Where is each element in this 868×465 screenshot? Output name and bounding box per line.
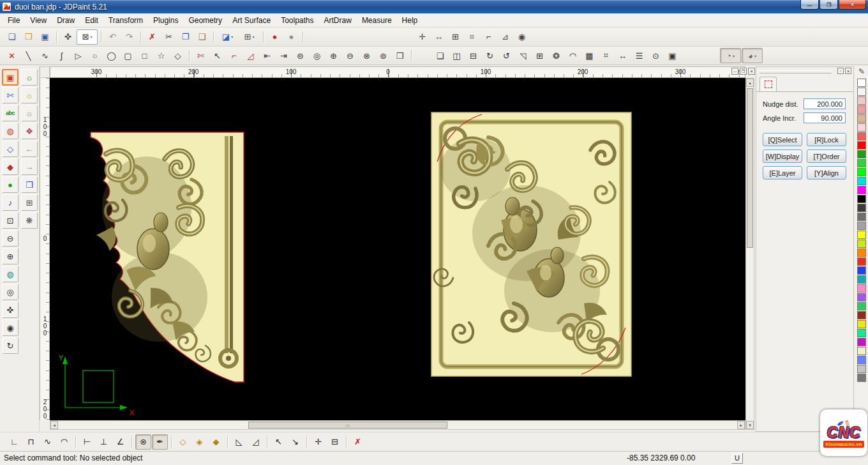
palette-swatch[interactable]	[857, 222, 866, 230]
palette-swatch[interactable]	[857, 195, 866, 203]
box-3d-icon[interactable]: ❒	[21, 176, 38, 193]
select-button[interactable]: [Q]Select	[763, 133, 802, 146]
menu-item-measure[interactable]: Measure	[357, 15, 397, 26]
palette-swatch[interactable]	[857, 302, 866, 310]
offset-icon[interactable]: ⊜	[292, 48, 308, 63]
zoom-out-tool[interactable]: ⊖	[2, 230, 19, 247]
palette-swatch[interactable]	[857, 311, 866, 319]
palette-swatch[interactable]	[857, 320, 866, 328]
scale-icon[interactable]: ◹	[515, 48, 531, 63]
palette-swatch[interactable]	[857, 168, 866, 176]
subtract-icon[interactable]: ⊖	[342, 48, 358, 63]
panel-grip[interactable]: ▫✕	[756, 67, 853, 75]
align-icon[interactable]: ☰	[631, 48, 647, 63]
menu-item-file[interactable]: File	[3, 15, 25, 26]
layer-button[interactable]: [E]Layer	[763, 166, 802, 179]
delete-node-icon[interactable]: ⊟	[327, 434, 343, 450]
scroll-down-button[interactable]: ▾	[746, 421, 754, 429]
pick-reverse-icon[interactable]: ↘	[287, 434, 303, 450]
corner-node-icon[interactable]: ∟	[6, 434, 22, 450]
copy-object-icon[interactable]: ❏	[432, 48, 448, 63]
snap-corner-icon[interactable]: ⌐	[481, 29, 497, 45]
curve-node-icon[interactable]: ◠	[56, 434, 72, 450]
close-curve-toggle[interactable]: ⊗	[135, 434, 151, 450]
pencil-icon[interactable]: ✎	[858, 67, 865, 76]
measure-icon[interactable]: ⌗	[598, 48, 614, 63]
ramp-icon[interactable]: ◺	[231, 434, 247, 450]
sphere-tool[interactable]: ●	[2, 176, 19, 193]
palette-swatch[interactable]	[857, 88, 866, 96]
palette-swatch[interactable]	[857, 374, 866, 382]
spline-tool-icon[interactable]: ∫	[54, 48, 70, 63]
corner-cut-icon[interactable]: ⌐	[226, 48, 242, 63]
lock-button[interactable]: [R]Lock	[807, 133, 846, 146]
material-red-icon[interactable]: ●	[267, 29, 283, 45]
palette-swatch[interactable]	[857, 177, 866, 185]
save-icon[interactable]: ▣	[37, 29, 53, 45]
palette-group-icon[interactable]: ❖	[21, 123, 38, 139]
smooth-node-icon[interactable]: ∿	[40, 434, 56, 450]
palette-swatch[interactable]	[857, 132, 866, 141]
palette-swatch[interactable]	[857, 159, 866, 167]
palette-swatch[interactable]	[857, 338, 866, 346]
cancel-command-icon[interactable]: ✗	[350, 434, 366, 450]
palette-swatch[interactable]	[857, 240, 866, 248]
scroll-up-button[interactable]: ▴	[746, 79, 754, 87]
circle-tool-icon[interactable]: ○	[87, 48, 103, 63]
scroll-right-button[interactable]: ▸	[737, 421, 745, 429]
zoom-center-tool[interactable]: ◉	[2, 319, 19, 336]
material-gray-icon[interactable]: ●	[283, 29, 299, 45]
bulb-off-icon[interactable]: ☼	[21, 87, 38, 103]
mdi-restore-button[interactable]: ❐	[740, 68, 747, 75]
palette-swatch[interactable]	[857, 231, 866, 239]
close-button[interactable]: ✕	[839, 0, 866, 10]
snap-endpoint-icon[interactable]: ◇	[175, 434, 191, 450]
snap-node-icon[interactable]: ✛	[414, 29, 430, 45]
ellipse-tool-icon[interactable]: ◯	[103, 48, 119, 63]
delete-icon[interactable]: ✗	[144, 29, 160, 45]
snap-midpoint-icon[interactable]: ◈	[191, 434, 207, 450]
menu-item-edit[interactable]: Edit	[80, 15, 103, 26]
panel-close-button[interactable]: ✕	[845, 68, 851, 74]
palette-swatch[interactable]	[857, 284, 866, 293]
sharp-node-icon[interactable]: ⊓	[23, 434, 39, 450]
mirror-v-icon[interactable]: ⊟	[465, 48, 481, 63]
select-mode-icon[interactable]: ⊠	[77, 29, 98, 45]
palette-swatch[interactable]	[857, 79, 866, 87]
menu-item-artdraw[interactable]: ArtDraw	[319, 15, 357, 26]
cut-icon[interactable]: ✂	[161, 29, 177, 45]
rotate-ccw-icon[interactable]: ↺	[498, 48, 514, 63]
snap-length-icon[interactable]: ↔	[431, 29, 447, 45]
relief-artwork-left[interactable]	[89, 131, 246, 383]
copy-icon[interactable]: ❐	[177, 29, 193, 45]
palette-swatch[interactable]	[857, 96, 866, 105]
text-tool[interactable]: abc	[2, 105, 19, 121]
array-rect-icon[interactable]: ⊞	[532, 48, 548, 63]
snap-grid-icon[interactable]: ⊞	[447, 29, 463, 45]
palette-swatch[interactable]	[857, 347, 866, 355]
redraw-tool[interactable]: ↻	[2, 337, 19, 354]
snap-guide-icon[interactable]: ⌗	[464, 29, 480, 45]
vertical-scroll-thumb[interactable]	[747, 88, 753, 248]
panel-pin-button[interactable]: ▫	[837, 68, 844, 74]
menu-item-draw[interactable]: Draw	[52, 15, 80, 26]
canvas[interactable]: Y X	[50, 78, 745, 420]
palette-swatch[interactable]	[857, 141, 866, 149]
grid-table-icon[interactable]: ⊞	[21, 194, 38, 211]
zoom-window-tool[interactable]: ⊡	[2, 212, 19, 229]
node-edit-icon[interactable]: ↖	[209, 48, 225, 63]
outline-icon[interactable]: ◎	[309, 48, 325, 63]
zoom-select-tool[interactable]: ◎	[2, 284, 19, 300]
polygon-tool-icon[interactable]: ◇	[170, 48, 186, 63]
prev-view-icon[interactable]: ←	[21, 141, 38, 157]
bulb-on-icon[interactable]: ☼	[21, 69, 38, 86]
diamond-tool[interactable]: ◇	[2, 141, 19, 157]
roundrect-tool-icon[interactable]: ▢	[120, 48, 136, 63]
palette-swatch[interactable]	[857, 266, 866, 275]
slope-icon[interactable]: ◿	[248, 434, 264, 450]
render-view-toggle[interactable]: ◔	[720, 48, 741, 63]
order-button[interactable]: [T]Order	[807, 149, 846, 163]
palette-swatch[interactable]	[857, 248, 866, 257]
menu-item-toolpaths[interactable]: Toolpaths	[276, 15, 318, 26]
rotate-cw-icon[interactable]: ↻	[482, 48, 498, 63]
